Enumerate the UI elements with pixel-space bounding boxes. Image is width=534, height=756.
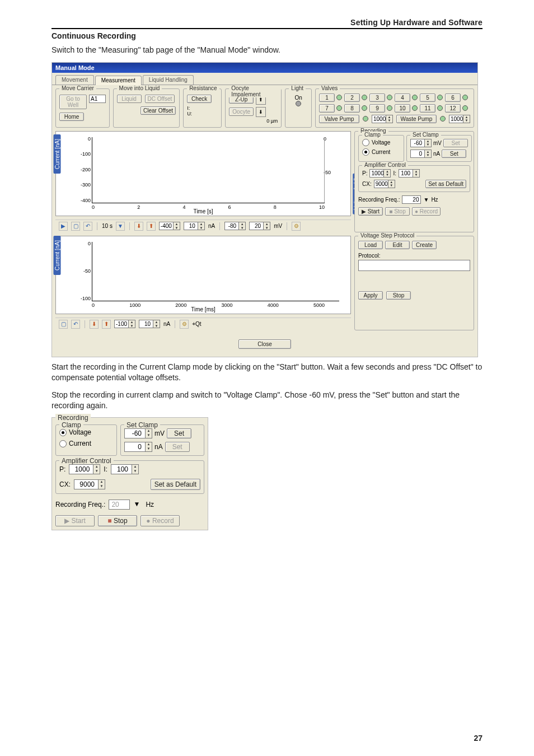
start-button[interactable]: ▶ Start: [358, 207, 383, 216]
chart1-tb-80[interactable]: -80▲▼: [224, 222, 246, 230]
valve-2[interactable]: 2: [344, 94, 367, 102]
undo-icon[interactable]: ↶: [71, 320, 80, 329]
waste-pump-button[interactable]: Waste Pump: [396, 115, 437, 123]
amp-I-input[interactable]: 100▲▼: [399, 169, 420, 178]
valve-7[interactable]: 7: [319, 104, 342, 113]
valve-1[interactable]: 1: [319, 94, 342, 102]
chapter-title: Setting Up Hardware and Software: [51, 18, 483, 27]
detail-record-button[interactable]: ● Record: [140, 515, 180, 526]
amp-P-label: P:: [362, 170, 367, 176]
valve-pump-input[interactable]: 1000▲▼: [372, 115, 393, 123]
chart2-tb-100[interactable]: -100▲▼: [114, 320, 135, 328]
home-button[interactable]: Home: [59, 113, 84, 121]
undo-icon[interactable]: ↶: [83, 222, 92, 231]
chart-voltage-step: Current [nA] 0-50-100 010002000300040005…: [55, 236, 351, 314]
chart2-tb-10[interactable]: 10▲▼: [139, 320, 160, 328]
liquid-button[interactable]: Liquid: [117, 95, 142, 103]
tab-liquid-handling[interactable]: Liquid Handling: [143, 75, 194, 85]
radio-current[interactable]: Current: [362, 148, 400, 156]
valve-5[interactable]: 5: [420, 94, 443, 102]
stop-button[interactable]: ■ Stop: [385, 207, 410, 216]
detail-current-input[interactable]: 0▲▼: [124, 442, 152, 452]
detail-amp-I-input[interactable]: 100▲▼: [111, 464, 139, 474]
dc-offset-button[interactable]: DC Offset: [145, 95, 175, 103]
detail-radio-current[interactable]: Current: [59, 440, 113, 447]
valve-11[interactable]: 11: [420, 104, 443, 113]
fit-icon[interactable]: ▢: [71, 222, 80, 231]
voltage-input[interactable]: -60▲▼: [410, 139, 432, 147]
waste-pump-input[interactable]: 1000▲▼: [449, 115, 470, 123]
dropdown-icon[interactable]: ▼: [116, 222, 125, 231]
window-title: Manual Mode: [52, 63, 477, 73]
detail-voltage-input[interactable]: -60▲▼: [124, 428, 152, 438]
fit-icon[interactable]: ▢: [59, 320, 68, 329]
valve-6[interactable]: 6: [445, 94, 468, 102]
arrow-down-icon[interactable]: ⬇: [256, 107, 266, 117]
vsp-apply-button[interactable]: Apply: [358, 291, 383, 300]
detail-set-voltage-button[interactable]: Set: [167, 428, 191, 438]
vsp-edit-button[interactable]: Edit: [385, 241, 410, 249]
tab-movement[interactable]: Movement: [55, 75, 94, 85]
dropdown-icon[interactable]: ▼: [423, 197, 429, 203]
chart1-tb-20[interactable]: 20▲▼: [249, 222, 270, 230]
detail-amp-CX-label: CX:: [59, 480, 71, 488]
light-led-icon[interactable]: [296, 101, 301, 106]
divider: [51, 28, 483, 29]
set-voltage-button[interactable]: Set: [443, 139, 468, 147]
detail-start-button[interactable]: ▶ Start: [55, 515, 95, 526]
chart1-tb-10[interactable]: 10▲▼: [184, 222, 205, 230]
record-button[interactable]: ● Record: [412, 207, 441, 216]
vsp-create-button[interactable]: Create: [412, 241, 437, 249]
detail-amp-I-label: I:: [104, 465, 107, 473]
set-current-button[interactable]: Set: [442, 150, 466, 158]
detail-amp-P-input[interactable]: 1000▲▼: [69, 464, 100, 474]
gear-icon[interactable]: ⚙: [292, 222, 301, 231]
vsp-load-button[interactable]: Load: [358, 241, 383, 249]
detail-stop-button[interactable]: ■ Stop: [98, 515, 137, 526]
arrow-down-icon[interactable]: ⬇: [90, 320, 99, 329]
amp-CX-input[interactable]: 9000▲▼: [374, 180, 395, 188]
res-u-label: U:: [187, 111, 218, 116]
current-input[interactable]: 0▲▼: [410, 150, 432, 158]
valve-12[interactable]: 12: [445, 104, 468, 113]
valve-pump-button[interactable]: Valve Pump: [319, 115, 359, 123]
goto-well-button[interactable]: Go to Well: [59, 95, 87, 109]
oocyte-button[interactable]: Oocyte: [229, 108, 254, 116]
clear-offset-button[interactable]: Clear Offset: [140, 106, 176, 115]
vsp-stop-button[interactable]: Stop: [386, 291, 411, 300]
set-default-button[interactable]: Set as Default: [425, 180, 466, 188]
light-on-label: On: [295, 95, 302, 101]
valve-3[interactable]: 3: [369, 94, 392, 102]
na-unit: nA: [433, 151, 440, 157]
vsp-protocol-field[interactable]: [358, 260, 470, 271]
check-button[interactable]: Check: [187, 95, 212, 103]
gear-icon[interactable]: ⚙: [180, 320, 189, 329]
tab-measurement[interactable]: Measurement: [95, 76, 142, 85]
detail-set-current-button[interactable]: Set: [165, 442, 190, 452]
oocyte-um: 0 µm: [229, 118, 278, 124]
close-button[interactable]: Close: [238, 339, 291, 349]
amp-P-input[interactable]: 1000▲▼: [369, 169, 391, 178]
well-selector[interactable]: A1: [89, 95, 106, 103]
dropdown-icon[interactable]: ▼: [133, 500, 142, 509]
amp-ctrl-legend: Amplifier Control: [362, 162, 408, 168]
rec-freq-input[interactable]: 20: [402, 195, 421, 204]
detail-radio-voltage[interactable]: Voltage: [59, 428, 113, 436]
arrow-up-icon[interactable]: ⬆: [102, 320, 111, 329]
play-icon[interactable]: ▶: [59, 222, 68, 231]
arrow-up-icon[interactable]: ⬆: [147, 222, 156, 231]
valve-9[interactable]: 9: [369, 104, 392, 113]
detail-amp-legend: Amplifier Control: [59, 457, 114, 465]
chart1-tb-neg400[interactable]: -400▲▼: [159, 222, 180, 230]
arrow-down-icon[interactable]: ⬇: [134, 222, 143, 231]
radio-voltage[interactable]: Voltage: [362, 139, 400, 146]
set-clamp-legend: Set Clamp: [410, 132, 441, 138]
valve-10[interactable]: 10: [395, 104, 418, 113]
rec-freq-label: Recording Freq.:: [358, 197, 400, 203]
detail-set-clamp-legend: Set Clamp: [124, 421, 160, 429]
detail-amp-CX-input[interactable]: 9000▲▼: [74, 479, 105, 489]
valve-8[interactable]: 8: [344, 104, 367, 113]
valve-4[interactable]: 4: [395, 94, 418, 102]
detail-set-default-button[interactable]: Set as Default: [151, 479, 200, 490]
detail-freq-input[interactable]: 20: [109, 500, 130, 510]
